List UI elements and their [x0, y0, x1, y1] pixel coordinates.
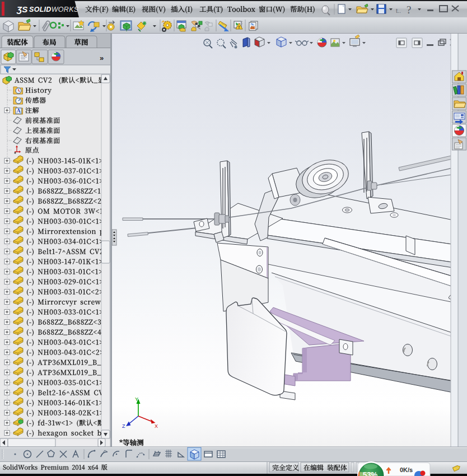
svg-text:Y: Y: [135, 396, 138, 402]
svg-text:A: A: [17, 108, 21, 114]
svg-text:0K/s: 0K/s: [400, 466, 413, 473]
svg-text:X: X: [155, 423, 158, 429]
svg-text:Z: Z: [122, 423, 125, 429]
svg-text:ƷS: ƷS: [16, 4, 27, 14]
svg-text:»: »: [100, 54, 104, 62]
svg-text:!: !: [239, 25, 240, 30]
svg-text:t..: t..: [396, 7, 401, 14]
svg-text:SOLIDWORKS: SOLIDWORKS: [29, 6, 79, 13]
svg-text:?: ?: [407, 4, 411, 16]
svg-text:53%: 53%: [363, 470, 377, 476]
